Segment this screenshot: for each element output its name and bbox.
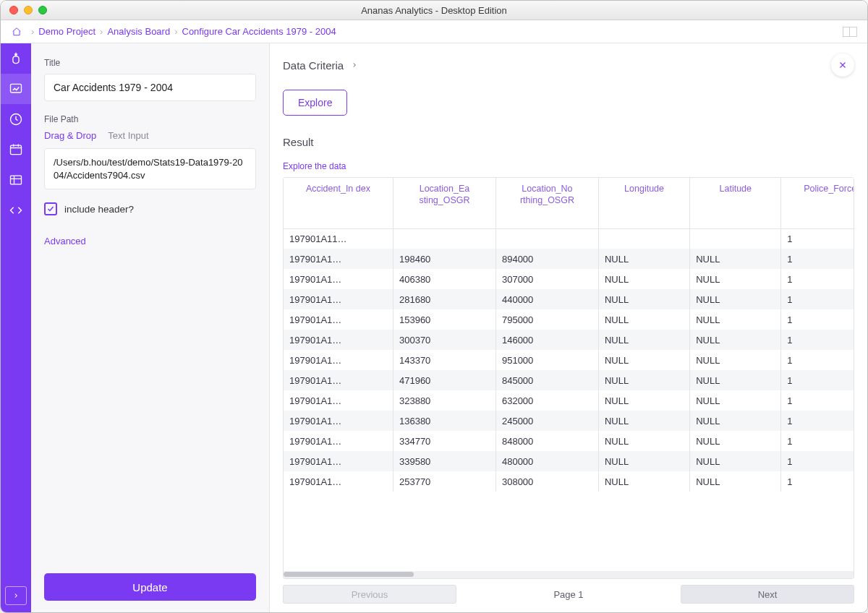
table-cell: 848000	[495, 431, 598, 451]
table-cell: NULL	[598, 309, 689, 330]
table-row[interactable]: 197901A1…406380307000NULLNULL1323	[284, 269, 854, 289]
table-cell: NULL	[690, 269, 781, 289]
table-cell: 197901A1…	[284, 471, 393, 492]
column-header[interactable]: Police_Force	[781, 178, 854, 228]
table-cell: NULL	[598, 330, 689, 350]
table-cell: 795000	[495, 309, 598, 330]
table-cell: 146000	[495, 330, 598, 350]
table-row[interactable]: 197901A1…339580480000NULLNULL1221	[284, 451, 854, 471]
breadcrumb-bar: › Demo Project › Analysis Board › Config…	[1, 20, 867, 43]
table-cell	[598, 228, 689, 249]
pagination: Previous Page 1 Next	[283, 585, 854, 604]
table-cell: 281680	[393, 289, 495, 309]
table-cell: 197901A1…	[284, 289, 393, 309]
include-header-label: include header?	[64, 204, 134, 215]
table-cell: NULL	[690, 289, 781, 309]
table-cell: 308000	[495, 471, 598, 492]
table-row[interactable]: 197901A11…1321	[284, 228, 854, 249]
explore-data-link[interactable]: Explore the data	[283, 161, 854, 171]
breadcrumb-project[interactable]: Demo Project	[38, 26, 95, 37]
window-zoom-icon[interactable]	[38, 6, 47, 14]
table-cell: NULL	[690, 390, 781, 411]
title-input[interactable]	[44, 74, 256, 101]
table-row[interactable]: 197901A1…136380245000NULLNULL1321	[284, 411, 854, 431]
table-cell: NULL	[598, 411, 689, 431]
table-cell: NULL	[598, 471, 689, 492]
table-cell: 1	[781, 289, 854, 309]
table-row[interactable]: 197901A1…334770848000NULLNULL1311	[284, 431, 854, 451]
breadcrumb-step[interactable]: Configure Car Accidents 1979 - 2004	[182, 26, 336, 37]
previous-page-button[interactable]: Previous	[283, 585, 456, 604]
result-table: Accident_In dexLocation_Ea sting_OSGRLoc…	[283, 177, 854, 579]
table-cell: 197901A1…	[284, 431, 393, 451]
explore-button[interactable]: Explore	[283, 90, 347, 116]
table-cell: 245000	[495, 411, 598, 431]
nav-schedule-icon[interactable]	[1, 134, 31, 165]
table-cell: 197901A1…	[284, 390, 393, 411]
table-cell: 307000	[495, 269, 598, 289]
filepath-display[interactable]: /Users/b.hou/test/demo/Stats19-Data1979-…	[44, 148, 256, 189]
table-row[interactable]: 197901A1…471960845000NULLNULL1321	[284, 370, 854, 390]
table-row[interactable]: 197901A1…143370951000NULLNULL1322	[284, 350, 854, 370]
close-panel-button[interactable]	[831, 53, 854, 77]
window-close-icon[interactable]	[9, 6, 18, 14]
table-cell: 1	[781, 471, 854, 492]
breadcrumb-board[interactable]: Analysis Board	[107, 26, 170, 37]
update-button[interactable]: Update	[44, 573, 256, 601]
table-cell: NULL	[690, 330, 781, 350]
table-cell: 1	[781, 249, 854, 269]
table-cell: NULL	[598, 390, 689, 411]
table-cell: 197901A1…	[284, 249, 393, 269]
main-panel: Data Criteria Explore Result Explore the…	[270, 43, 867, 612]
table-cell: NULL	[598, 350, 689, 370]
nav-board-icon[interactable]	[1, 74, 31, 104]
table-cell: 406380	[393, 269, 495, 289]
table-cell: 1	[781, 451, 854, 471]
table-cell	[690, 228, 781, 249]
table-cell: NULL	[690, 411, 781, 431]
nav-code-icon[interactable]	[1, 195, 31, 226]
window-minimize-icon[interactable]	[24, 6, 33, 14]
data-criteria-label: Data Criteria	[283, 59, 344, 72]
chevron-right-icon[interactable]	[351, 61, 358, 69]
nav-history-icon[interactable]	[1, 104, 31, 134]
column-header[interactable]: Accident_In dex	[284, 178, 393, 228]
table-cell: 197901A11…	[284, 228, 393, 249]
table-row[interactable]: 197901A1…153960795000NULLNULL1221	[284, 309, 854, 330]
tab-text-input[interactable]: Text Input	[108, 130, 148, 141]
column-header[interactable]: Latitude	[690, 178, 781, 228]
nav-collapse-button[interactable]	[5, 586, 27, 605]
table-cell: 253770	[393, 471, 495, 492]
table-row[interactable]: 197901A1…253770308000NULLNULL1311	[284, 471, 854, 492]
nav-pineapple-icon[interactable]	[1, 43, 31, 74]
table-cell: NULL	[598, 431, 689, 451]
home-icon[interactable]	[11, 27, 22, 37]
table-cell: 440000	[495, 289, 598, 309]
table-cell: 471960	[393, 370, 495, 390]
svg-rect-0	[11, 84, 22, 93]
table-cell: NULL	[690, 431, 781, 451]
column-header[interactable]: Location_No rthing_OSGR	[495, 178, 598, 228]
include-header-checkbox[interactable]	[44, 202, 57, 215]
advanced-link[interactable]: Advanced	[44, 236, 256, 247]
nav-data-icon[interactable]	[1, 165, 31, 195]
tab-drag-drop[interactable]: Drag & Drop	[44, 130, 96, 141]
layout-toggle-icon[interactable]	[843, 27, 857, 37]
table-row[interactable]: 197901A1…281680440000NULLNULL1322	[284, 289, 854, 309]
table-row[interactable]: 197901A1…198460894000NULLNULL1311	[284, 249, 854, 269]
table-cell: 1	[781, 431, 854, 451]
table-cell: NULL	[690, 309, 781, 330]
table-cell: 480000	[495, 451, 598, 471]
table-cell: 198460	[393, 249, 495, 269]
table-row[interactable]: 197901A1…323880632000NULLNULL1211	[284, 390, 854, 411]
column-header[interactable]: Longitude	[598, 178, 689, 228]
table-row[interactable]: 197901A1…300370146000NULLNULL1311	[284, 330, 854, 350]
table-cell: 845000	[495, 370, 598, 390]
table-cell: NULL	[690, 370, 781, 390]
table-cell: 1	[781, 390, 854, 411]
horizontal-scrollbar[interactable]	[284, 571, 854, 578]
column-header[interactable]: Location_Ea sting_OSGR	[393, 178, 495, 228]
table-cell: 951000	[495, 350, 598, 370]
result-label: Result	[283, 136, 854, 148]
next-page-button[interactable]: Next	[681, 585, 854, 604]
